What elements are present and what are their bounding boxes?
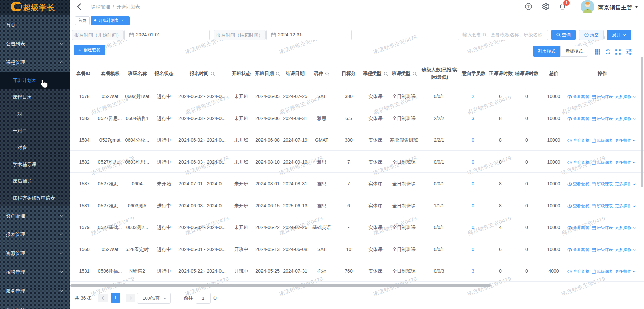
svg-text:?: ?	[527, 4, 530, 9]
